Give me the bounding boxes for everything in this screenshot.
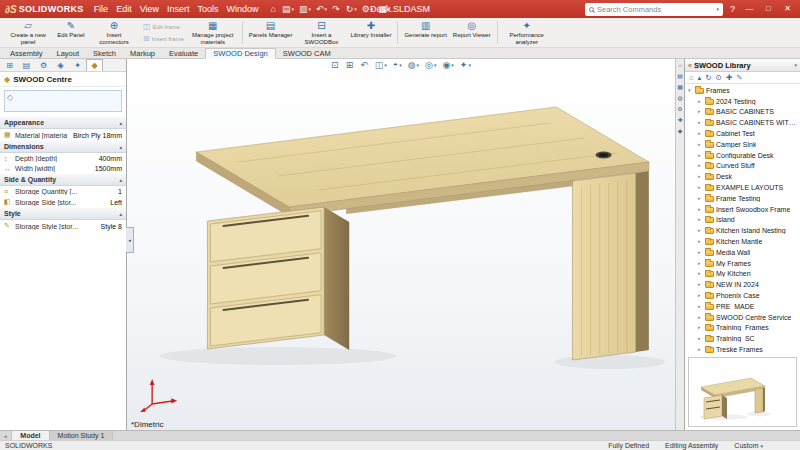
study-tab[interactable]: Model <box>12 431 49 440</box>
tree-item[interactable]: ▸ Island <box>685 215 800 226</box>
expander-icon[interactable]: ▸ <box>698 196 703 201</box>
tree-item[interactable]: ▸ Phoenix Case <box>685 290 800 301</box>
rebuild-icon[interactable]: ↻▾ <box>346 5 357 14</box>
tree-item[interactable]: ▸ Insert Swoodbox Frame <box>685 204 800 215</box>
expander-icon[interactable]: ▸ <box>698 336 703 341</box>
tree-item[interactable]: ▸ Training_Frames <box>685 323 800 334</box>
property-value[interactable]: Birch Ply 18mm <box>70 132 122 139</box>
minimize-button[interactable]: — <box>742 0 757 18</box>
drawer-fronts[interactable] <box>210 211 321 346</box>
manage-project-materials-button[interactable]: ▦ Manage project materials <box>188 19 238 46</box>
edit-frame-button[interactable]: ◫ Edit frame <box>143 23 184 31</box>
dimxpertmanager-tab[interactable]: ◈ <box>52 59 69 71</box>
expander-icon[interactable]: ▸ <box>698 293 703 298</box>
previous-view-icon[interactable]: ↶ <box>360 61 369 70</box>
command-tab[interactable]: Evaluate <box>162 48 205 58</box>
expander-icon[interactable]: ▸ <box>698 174 703 179</box>
section-appearance-header[interactable]: Appearance ▴ <box>0 116 126 129</box>
help-icon[interactable]: ? <box>730 4 735 14</box>
tree-item[interactable]: ▸ Kitchen Mantle <box>685 236 800 247</box>
tree-item[interactable]: ▸ Camper Sink <box>685 139 800 150</box>
expander-icon[interactable]: ▸ <box>698 99 703 104</box>
command-tab[interactable]: SWOOD Design <box>205 48 276 59</box>
expander-icon[interactable]: ▸ <box>698 131 703 136</box>
generate-report-button[interactable]: ▥ Generate report <box>402 19 448 46</box>
library-add-icon[interactable]: ✚ <box>726 73 732 82</box>
appearances-tab-icon[interactable]: ⚙ <box>677 106 682 112</box>
library-installer-button[interactable]: ✚ Library Installer <box>348 19 393 46</box>
property-value[interactable]: 1 <box>115 188 122 195</box>
hide-show-items-icon[interactable]: ◎▾ <box>425 61 436 70</box>
swood-library-tab-icon[interactable]: ◆ <box>678 128 683 134</box>
edit-panel-button[interactable]: ✎ Edit Panel <box>55 19 87 46</box>
library-up-icon[interactable]: ▴ <box>698 73 702 82</box>
expander-icon[interactable]: ▸ <box>698 120 703 125</box>
tree-item[interactable]: ▸ Kitchen Island Nesting <box>685 225 800 236</box>
expander-icon[interactable]: ▸ <box>698 250 703 255</box>
property-value[interactable]: 400mm <box>96 155 122 162</box>
custom-properties-tab-icon[interactable]: ✚ <box>677 117 682 123</box>
expander-icon[interactable]: ▸ <box>698 271 703 276</box>
tree-item[interactable]: ▸ Training_SC <box>685 333 800 344</box>
tab-scroll-nav-icon[interactable]: « <box>0 431 12 440</box>
command-tab[interactable]: Markup <box>123 48 162 58</box>
storage-style-row[interactable]: ✎ Storage Style [stor... Style 8 <box>0 220 126 231</box>
tree-item[interactable]: ▸ EXAMPLE LAYOUTS <box>685 182 800 193</box>
expander-icon[interactable]: ▸ <box>698 325 703 330</box>
tree-item[interactable]: ▸ Media Wall <box>685 247 800 258</box>
file-explorer-tab-icon[interactable]: ▦ <box>677 84 683 90</box>
graphics-viewport[interactable]: ⊡ ⊞ ↶ ◫▾ ◓▾ <box>127 59 675 430</box>
panel-collapse-handle[interactable]: ◂ <box>126 227 134 253</box>
library-search-icon[interactable]: ⊙ <box>716 73 722 82</box>
search-commands-box[interactable]: Search Commands ▾ <box>585 3 723 16</box>
section-style-header[interactable]: Style ▴ <box>0 207 126 220</box>
panel-collapse-icon[interactable]: « <box>688 62 692 69</box>
redo-icon[interactable]: ↷ <box>332 5 341 14</box>
expander-icon[interactable]: ▸ <box>698 207 703 212</box>
open-icon[interactable]: ▤▾ <box>282 5 294 14</box>
property-value[interactable]: Style 8 <box>98 223 122 230</box>
section-view-icon[interactable]: ◫▾ <box>375 61 387 70</box>
panels-manager-button[interactable]: ▤ Panels Manager <box>247 19 295 46</box>
featuremanager-tab[interactable]: ⊞ <box>1 59 18 71</box>
expander-icon[interactable]: ▸ <box>698 315 703 320</box>
expander-icon[interactable]: ▸ <box>698 239 703 244</box>
menu-item[interactable]: Insert <box>163 4 194 14</box>
tree-item[interactable]: ▸ BASIC CABINETS WITH EDGEBAND <box>685 117 800 128</box>
apply-scene-icon[interactable]: ✦▾ <box>460 61 471 70</box>
menu-item[interactable]: Window <box>223 4 263 14</box>
create-new-panel-button[interactable]: ▱ Create a new panel <box>3 19 53 46</box>
zoom-area-icon[interactable]: ⊞ <box>346 61 355 70</box>
tree-item[interactable]: ▸ BASIC CABINETS <box>685 107 800 118</box>
expander-icon[interactable]: ▾ <box>688 88 693 93</box>
tree-item[interactable]: ▸ My Kitchen <box>685 269 800 280</box>
desk-3d-model[interactable] <box>127 59 675 430</box>
tree-item[interactable]: ▸ Cabinet Test <box>685 128 800 139</box>
tree-item[interactable]: ▸ SWOOD Centre Service <box>685 312 800 323</box>
tree-item[interactable]: ▸ My Frames <box>685 258 800 269</box>
expander-icon[interactable]: ▸ <box>698 217 703 222</box>
menu-item[interactable]: File <box>90 4 113 14</box>
home-icon[interactable]: ⌂ <box>271 5 277 14</box>
expander-icon[interactable]: ▸ <box>698 163 703 168</box>
expander-icon[interactable]: ▸ <box>698 109 703 114</box>
width-row[interactable]: ↔ Width [width] 1500mm <box>0 163 126 173</box>
expander-icon[interactable]: ▸ <box>698 304 703 309</box>
section-side-quantity-header[interactable]: Side & Quantity ▴ <box>0 173 126 186</box>
command-tab[interactable]: Assembly <box>3 48 50 58</box>
material-row[interactable]: ▦ Material [material] Birch Ply 18mm <box>0 129 126 140</box>
zoom-fit-icon[interactable]: ⊡ <box>331 61 340 70</box>
report-viewer-button[interactable]: ◎ Report Viewer <box>451 19 493 46</box>
library-home-icon[interactable]: ⌂ <box>689 73 694 82</box>
insert-connectors-button[interactable]: ⊕ Insert connectors between 2 components <box>89 19 139 46</box>
storage-side-row[interactable]: ◧ Storage Side [stor... Left <box>0 196 126 207</box>
command-tab[interactable]: Sketch <box>86 48 123 58</box>
tree-item[interactable]: ▸ PRE_MADE <box>685 301 800 312</box>
design-library-tab-icon[interactable]: ▤ <box>677 73 683 79</box>
expander-icon[interactable]: ▸ <box>698 185 703 190</box>
command-tab[interactable]: Layout <box>50 48 87 58</box>
search-caret-icon[interactable]: ▾ <box>716 6 719 12</box>
swood-centre-tab[interactable]: ◆ <box>86 59 103 71</box>
expander-icon[interactable]: ▸ <box>698 142 703 147</box>
expander-icon[interactable]: ▸ <box>698 153 703 158</box>
